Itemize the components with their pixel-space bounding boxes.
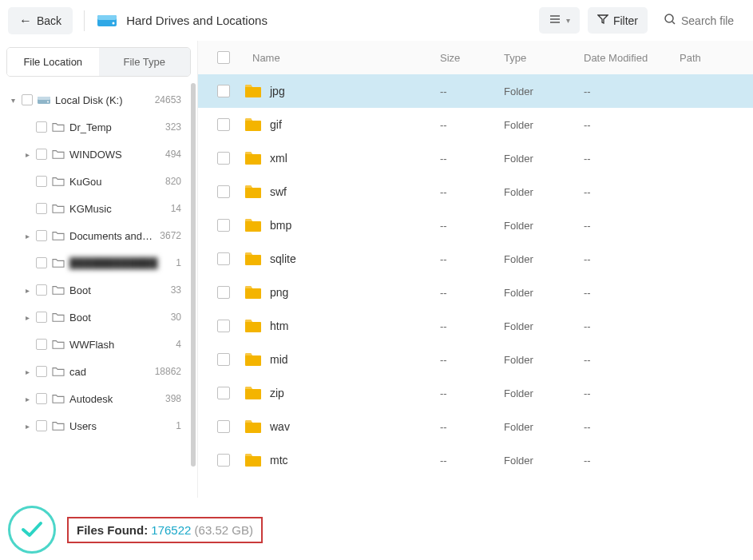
tree-caret-icon[interactable]: ▸: [22, 149, 32, 159]
header-size[interactable]: Size: [440, 52, 504, 64]
table-row[interactable]: xml--Folder--: [198, 141, 753, 175]
row-type: Folder: [504, 455, 584, 467]
tree-item[interactable]: ▸Users1: [0, 412, 197, 439]
tree-item-label: Autodesk: [69, 393, 158, 405]
tree-item[interactable]: WWFlash4: [0, 331, 197, 358]
row-size: --: [440, 253, 504, 265]
header-name[interactable]: Name: [240, 52, 440, 64]
row-name: zip: [270, 387, 284, 399]
tree-caret-icon[interactable]: ▸: [22, 285, 32, 295]
tree-caret-icon[interactable]: ▸: [22, 367, 32, 376]
tree-item-label: ████████████: [69, 257, 168, 269]
tree-checkbox[interactable]: [36, 121, 47, 133]
table-row[interactable]: swf--Folder--: [198, 175, 753, 209]
row-type: Folder: [504, 287, 584, 299]
row-checkbox[interactable]: [217, 219, 230, 232]
search-input[interactable]: [681, 14, 737, 27]
tree-checkbox[interactable]: [36, 393, 47, 404]
filter-icon: [597, 14, 608, 27]
footer: Files Found: 176522 (63.52 GB): [0, 498, 753, 560]
header-type[interactable]: Type: [504, 52, 584, 64]
tree-checkbox[interactable]: [36, 366, 47, 377]
table-row[interactable]: jpg--Folder--: [198, 74, 753, 108]
tree-checkbox[interactable]: [36, 203, 47, 214]
row-name: jpg: [270, 85, 285, 97]
table-row[interactable]: zip--Folder--: [198, 376, 753, 410]
tree-item[interactable]: ▸WINDOWS494: [0, 141, 197, 168]
row-date: --: [584, 320, 680, 332]
row-checkbox[interactable]: [217, 185, 230, 198]
row-size: --: [440, 387, 504, 399]
folder-outline-icon: [51, 121, 65, 133]
header-path[interactable]: Path: [680, 52, 743, 64]
tree-item[interactable]: ▸cad18862: [0, 358, 197, 385]
tree-item-label: Users: [69, 420, 168, 432]
tree-caret-icon[interactable]: ▾: [8, 95, 18, 105]
tree-item[interactable]: ▸Boot30: [0, 304, 197, 331]
table-row[interactable]: mid--Folder--: [198, 343, 753, 376]
tree-item[interactable]: Dr_Temp323: [0, 113, 197, 141]
folder-icon: [244, 218, 262, 232]
filter-button[interactable]: Filter: [588, 7, 648, 34]
tree-item[interactable]: ▾Local Disk (K:)24653: [0, 86, 197, 113]
row-name: swf: [270, 185, 287, 198]
row-date: --: [584, 287, 680, 299]
tree-scrollbar[interactable]: [191, 83, 196, 467]
header-date[interactable]: Date Modified: [584, 52, 680, 64]
row-checkbox[interactable]: [217, 286, 230, 299]
tab-file-location[interactable]: File Location: [7, 48, 99, 76]
row-checkbox[interactable]: [217, 85, 230, 97]
row-type: Folder: [504, 354, 584, 366]
table-row[interactable]: wav--Folder--: [198, 410, 753, 443]
folder-outline-icon: [51, 148, 65, 161]
table-row[interactable]: mtc--Folder--: [198, 443, 753, 477]
tree-item[interactable]: KuGou820: [0, 168, 197, 195]
tree-checkbox[interactable]: [36, 257, 47, 268]
tree-caret-icon[interactable]: ▸: [22, 394, 32, 403]
row-size: --: [440, 421, 504, 433]
table-row[interactable]: png--Folder--: [198, 276, 753, 309]
tree-checkbox[interactable]: [36, 176, 47, 187]
tree-checkbox[interactable]: [22, 94, 33, 105]
tree-checkbox[interactable]: [36, 284, 47, 296]
tree-checkbox[interactable]: [36, 339, 47, 350]
row-checkbox[interactable]: [217, 387, 230, 399]
row-checkbox[interactable]: [217, 152, 230, 165]
tree-caret-icon[interactable]: ▸: [22, 421, 32, 431]
folder-outline-icon: [51, 284, 65, 296]
view-options-button[interactable]: ▾: [539, 7, 580, 34]
tree-item[interactable]: ▸Documents and Set...3672: [0, 222, 197, 249]
tree-checkbox[interactable]: [36, 420, 47, 431]
tree-item-label: WWFlash: [69, 339, 168, 351]
table-row[interactable]: htm--Folder--: [198, 309, 753, 343]
row-checkbox[interactable]: [217, 420, 230, 433]
row-checkbox[interactable]: [217, 454, 230, 467]
row-checkbox[interactable]: [217, 320, 230, 332]
tree-caret-icon[interactable]: ▸: [22, 231, 32, 240]
select-all-checkbox[interactable]: [217, 51, 230, 64]
back-button[interactable]: ← Back: [8, 7, 73, 34]
tree-item-count: 3672: [160, 230, 191, 241]
tree-item-label: Dr_Temp: [69, 121, 158, 133]
tree-item[interactable]: ████████████1: [0, 249, 197, 276]
tree-item-label: KGMusic: [69, 203, 164, 215]
row-checkbox[interactable]: [217, 118, 230, 131]
tree-item[interactable]: ▸Boot33: [0, 276, 197, 304]
table-row[interactable]: sqlite--Folder--: [198, 242, 753, 276]
tree-checkbox[interactable]: [36, 312, 47, 323]
tree-checkbox[interactable]: [36, 230, 47, 241]
tab-file-type[interactable]: File Type: [99, 48, 191, 76]
tree-caret-icon[interactable]: ▸: [22, 312, 32, 322]
svg-rect-9: [38, 97, 50, 100]
tree-item-count: 1: [176, 257, 191, 268]
row-checkbox[interactable]: [217, 252, 230, 265]
table-row[interactable]: bmp--Folder--: [198, 209, 753, 242]
table-row[interactable]: gif--Folder--: [198, 108, 753, 141]
search-box[interactable]: [656, 6, 745, 34]
tree-checkbox[interactable]: [36, 149, 47, 160]
row-checkbox[interactable]: [217, 353, 230, 366]
row-size: --: [440, 287, 504, 299]
tree-item[interactable]: ▸Autodesk398: [0, 385, 197, 412]
tree-item[interactable]: KGMusic14: [0, 195, 197, 222]
tree-item-label: Documents and Set...: [69, 230, 153, 242]
